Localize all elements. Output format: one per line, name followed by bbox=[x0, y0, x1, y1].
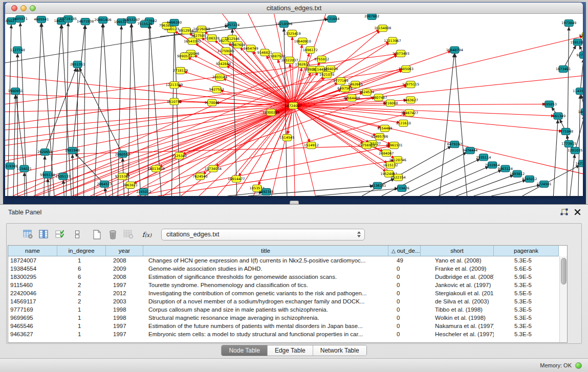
network-node[interactable]: 2245012 bbox=[136, 188, 151, 195]
table-selector-dropdown[interactable]: citations_edges.txt bbox=[161, 229, 365, 240]
column-header-pagerank[interactable]: pagerank bbox=[494, 246, 559, 256]
row-selection-icon[interactable] bbox=[54, 228, 66, 240]
network-node[interactable]: 1591287 bbox=[570, 39, 583, 46]
network-node[interactable]: 14136141 bbox=[369, 182, 386, 189]
table-row[interactable]: 1456911722003Disruption of a novel membe… bbox=[8, 297, 567, 305]
table-row[interactable]: 911546021997Tourette syndrome. Phenomeno… bbox=[8, 281, 567, 289]
network-node[interactable]: 1595853 bbox=[542, 101, 557, 107]
network-node[interactable]: 9274126 bbox=[576, 52, 583, 58]
network-node[interactable]: 2718129 bbox=[173, 67, 188, 74]
network-node[interactable]: 1973849 bbox=[561, 20, 576, 27]
column-visibility-icon[interactable] bbox=[37, 228, 50, 240]
network-node[interactable]: 10467427 bbox=[401, 110, 418, 116]
row-height-icon[interactable] bbox=[71, 228, 83, 240]
column-header-out_degree[interactable]: △out_de... bbox=[388, 246, 421, 256]
float-window-icon[interactable] bbox=[560, 208, 568, 217]
network-node[interactable]: 1461349 bbox=[551, 113, 565, 119]
network-node[interactable]: 1980851 bbox=[8, 88, 23, 95]
network-node[interactable]: 9227401 bbox=[579, 32, 583, 39]
network-node[interactable]: 8454749 bbox=[244, 45, 258, 52]
network-node[interactable]: 2651351 bbox=[70, 61, 85, 68]
tab-edge-table[interactable]: Edge Table bbox=[267, 345, 313, 356]
network-node[interactable]: 6479197 bbox=[447, 141, 462, 148]
network-node[interactable]: 8186328 bbox=[205, 35, 220, 41]
network-canvas[interactable]: 1872400788601238912954182260589827509165… bbox=[5, 14, 583, 196]
network-node[interactable]: 9474444 bbox=[463, 147, 477, 154]
table-row[interactable]: 2242004622012Investigating the contribut… bbox=[8, 289, 567, 297]
table-scrollbar[interactable] bbox=[559, 256, 567, 342]
network-node[interactable]: 1615132 bbox=[383, 162, 398, 168]
table-row[interactable]: 1938455462009Genome-wide association stu… bbox=[8, 265, 567, 273]
table-row[interactable]: 969969511998Structural magnetic resonanc… bbox=[8, 314, 567, 322]
trash-icon[interactable] bbox=[106, 228, 119, 240]
network-node[interactable]: 1677206 bbox=[575, 160, 583, 167]
network-node[interactable]: 20691406 bbox=[94, 17, 111, 24]
network-node[interactable]: 16154808 bbox=[374, 25, 391, 32]
network-node[interactable]: 1693812 bbox=[510, 170, 525, 177]
network-node[interactable]: 16648784 bbox=[446, 47, 463, 53]
delete-table-icon-disabled[interactable] bbox=[122, 228, 135, 240]
network-node[interactable]: 1505133 bbox=[56, 173, 71, 180]
network-node[interactable]: 16543392 bbox=[184, 38, 201, 45]
network-node[interactable]: 1127748 bbox=[10, 47, 25, 53]
network-node[interactable]: 1469203 bbox=[578, 108, 583, 115]
network-node[interactable]: 1773915 bbox=[561, 141, 576, 147]
table-row[interactable]: 1872400712008Changes of HCN gene express… bbox=[8, 256, 567, 265]
network-node[interactable]: 3624534 bbox=[359, 89, 374, 96]
network-node[interactable]: 1143558 bbox=[573, 88, 583, 95]
table-row[interactable]: 1830029562008Estimation of significance … bbox=[8, 273, 567, 281]
column-header-name[interactable]: name bbox=[8, 246, 57, 256]
network-node[interactable]: 1201035 bbox=[568, 147, 582, 154]
network-node[interactable]: 1121610 bbox=[396, 120, 411, 126]
network-node[interactable]: 9315367 bbox=[115, 173, 130, 180]
network-node[interactable]: 9463627 bbox=[403, 97, 418, 103]
network-node[interactable]: 7485063 bbox=[399, 65, 413, 72]
network-node[interactable]: 7963821 bbox=[123, 182, 138, 188]
network-node[interactable]: 18640910 bbox=[294, 38, 311, 45]
network-node[interactable]: 9777169 bbox=[333, 78, 348, 84]
network-node[interactable]: 9427552 bbox=[209, 86, 224, 93]
network-node[interactable]: 10961531 bbox=[385, 142, 402, 149]
network-node[interactable]: 1610755 bbox=[167, 98, 182, 105]
close-panel-icon[interactable] bbox=[574, 208, 581, 217]
network-node[interactable]: 1696172 bbox=[303, 47, 318, 53]
network-node[interactable]: 13325419 bbox=[284, 30, 300, 37]
network-node[interactable]: 7724501 bbox=[537, 181, 552, 187]
network-node[interactable]: 16013459 bbox=[147, 165, 164, 172]
network-node[interactable]: 7624540 bbox=[192, 173, 207, 180]
network-node[interactable]: 2087682 bbox=[364, 14, 379, 20]
table-scrollbar-thumb[interactable] bbox=[561, 258, 567, 285]
network-node[interactable]: 9170041 bbox=[205, 99, 220, 106]
table-row[interactable]: 977716911998Corpus callosum shape and si… bbox=[8, 305, 567, 314]
column-header-title[interactable]: title bbox=[143, 246, 388, 256]
column-header-short[interactable]: short bbox=[421, 246, 494, 256]
network-node[interactable]: 9755812 bbox=[314, 56, 329, 62]
network-node[interactable]: 8131044 bbox=[324, 16, 339, 23]
table-row[interactable]: 946362711997Embryonic stem cells: a mode… bbox=[8, 330, 567, 338]
network-node[interactable]: 1621078 bbox=[319, 71, 334, 78]
network-node[interactable]: 19756928 bbox=[358, 142, 375, 149]
column-header-year[interactable]: year bbox=[106, 246, 143, 256]
network-node[interactable]: 1514545 bbox=[279, 134, 294, 141]
split-pane-handle[interactable] bbox=[290, 201, 299, 204]
network-node[interactable]: 9154469 bbox=[377, 125, 392, 132]
network-node[interactable]: 19218596 bbox=[275, 21, 292, 28]
table-row[interactable]: 946554611997Estimation of the future num… bbox=[8, 322, 567, 330]
network-node[interactable]: 6216088 bbox=[383, 100, 398, 106]
network-node[interactable]: 1271048 bbox=[558, 128, 573, 135]
network-node[interactable]: 15495786 bbox=[371, 133, 388, 140]
tab-node-table[interactable]: Node Table bbox=[222, 345, 267, 356]
function-icon[interactable]: f(x) bbox=[141, 228, 153, 240]
column-header-in_degree[interactable]: in_degree bbox=[57, 246, 106, 256]
network-node[interactable]: 10807487 bbox=[370, 94, 387, 101]
network-node[interactable]: 21759085 bbox=[217, 48, 234, 54]
network-node[interactable]: 2803144 bbox=[212, 74, 227, 80]
network-node[interactable]: 12213349 bbox=[166, 82, 183, 89]
network-node[interactable]: 9242848 bbox=[216, 60, 231, 67]
network-node[interactable]: 1733426 bbox=[395, 185, 409, 191]
network-node[interactable]: 1154021 bbox=[17, 165, 32, 172]
network-node[interactable]: 16914477 bbox=[228, 176, 245, 182]
network-node[interactable]: 14671938 bbox=[77, 18, 94, 25]
network-node[interactable]: 2684067 bbox=[379, 150, 394, 157]
network-node[interactable]: 9245012 bbox=[522, 176, 537, 182]
